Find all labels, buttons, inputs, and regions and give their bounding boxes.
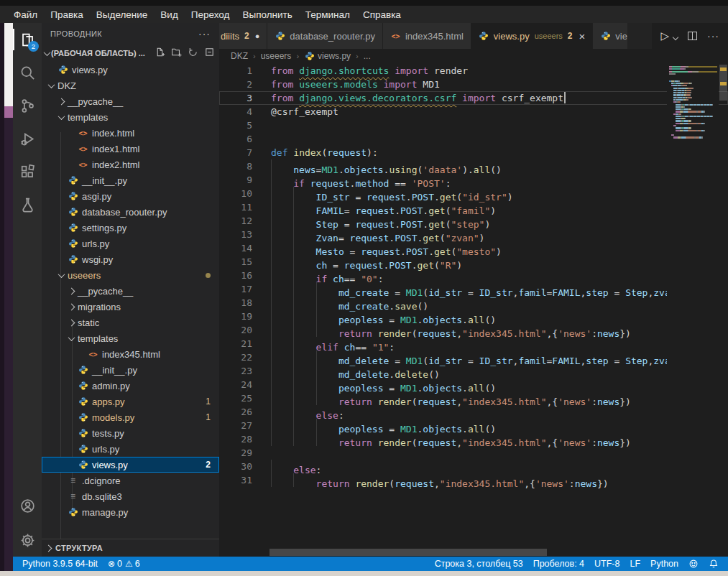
tree-item-tests.py[interactable]: tests.py (42, 425, 219, 441)
activity-search-icon[interactable] (13, 56, 42, 89)
code-line-13[interactable]: 13Zvan= request.POST.get("zvan") (219, 228, 728, 241)
code-line-12[interactable]: 12Step = request.POST.get("step") (219, 214, 728, 228)
tree-item-__init__.py[interactable]: __init__.py (42, 172, 219, 188)
code-line-9[interactable]: 9if request.method == 'POST': (219, 173, 728, 187)
breadcrumb-item-DKZ[interactable]: DKZ (231, 51, 248, 61)
tree-item-asgi.py[interactable]: asgi.py (42, 188, 219, 204)
close-icon[interactable]: × (579, 31, 586, 42)
code-line-24[interactable]: 24peopless = MD1.objects.all() (219, 378, 728, 391)
tab-database_roouter.py[interactable]: database_roouter.py (267, 23, 383, 49)
tree-item-useeers[interactable]: useeers (42, 267, 219, 283)
menu-item-файл[interactable]: Файл (7, 8, 44, 22)
menu-item-терминал[interactable]: Терминал (299, 8, 356, 22)
problems-status[interactable]: ⊗ 0 ⚠ 6 (103, 559, 145, 569)
encoding-status[interactable]: UTF-8 (589, 559, 625, 569)
code-line-1[interactable]: 1from django.shortcuts import render (219, 64, 728, 78)
tree-item-views.py[interactable]: views.py2 (42, 457, 219, 473)
vertical-scrollbar[interactable] (719, 63, 728, 557)
breadcrumb-item-views.py[interactable]: views.py (304, 51, 351, 62)
tree-item-views.py[interactable]: views.py (42, 62, 219, 78)
code-line-6[interactable]: 6 (219, 132, 728, 146)
activity-account-icon[interactable] (13, 489, 42, 522)
code-line-19[interactable]: 19peopless = MD1.objects.all() (219, 310, 728, 323)
tab-vie[interactable]: vie (593, 23, 627, 49)
tree-item-admin.py[interactable]: admin.py (42, 378, 219, 394)
tree-item-wsgi.py[interactable]: wsgi.py (42, 251, 219, 267)
activity-run-debug-icon[interactable] (13, 122, 42, 155)
python-interpreter-status[interactable]: Python 3.9.5 64-bit (17, 559, 103, 569)
code-line-15[interactable]: 15ch = request.POST.get("R") (219, 255, 728, 269)
code-line-27[interactable]: 27peopless = MD1.objects.all() (219, 419, 728, 432)
run-dropdown-chevron-icon[interactable] (673, 34, 678, 40)
code-line-20[interactable]: 20return render(request,"index345.html",… (219, 323, 728, 337)
tree-item-migrations[interactable]: migrations (42, 299, 219, 315)
menu-item-выделение[interactable]: Выделение (90, 8, 155, 22)
tree-item-manage.py[interactable]: manage.py (42, 504, 219, 520)
tab-diiits[interactable]: diiits2● (219, 23, 267, 49)
menu-item-переход[interactable]: Переход (185, 8, 236, 22)
tree-item-models.py[interactable]: models.py1 (42, 409, 219, 425)
tree-item-index345.html[interactable]: <>index345.html (42, 346, 219, 362)
language-mode-status[interactable]: Python (645, 559, 683, 569)
tab-views.py[interactable]: views.pyuseeers2× (471, 23, 593, 49)
tree-item-__pycache__[interactable]: __pycache__ (42, 283, 219, 299)
code-line-7[interactable]: 7def index(request): (219, 146, 728, 159)
tree-item-apps.py[interactable]: apps.py1 (42, 394, 219, 409)
code-line-8[interactable]: 8news=MD1.objects.using('daata').all() (219, 159, 728, 173)
tree-item-DKZ[interactable]: DKZ (42, 78, 219, 93)
tree-item-templates[interactable]: templates (42, 330, 219, 346)
indentation-status[interactable]: Пробелов: 4 (528, 559, 589, 569)
tree-item-static[interactable]: static (42, 315, 219, 330)
code-line-29[interactable]: 29 (219, 446, 728, 460)
eol-status[interactable]: LF (625, 559, 645, 569)
tree-item-.dcignore[interactable]: ≡.dcignore (42, 473, 219, 488)
code-line-3[interactable]: 3from django.views.decorators.csrf impor… (219, 91, 728, 105)
code-editor[interactable]: 1from django.shortcuts import render2fro… (219, 63, 728, 557)
explorer-more-actions-icon[interactable]: ··· (198, 28, 211, 40)
code-line-16[interactable]: 16if ch== "0": (219, 269, 728, 282)
tree-item-urls.py[interactable]: urls.py (42, 441, 219, 457)
code-line-5[interactable]: 5 (219, 119, 728, 132)
tree-item-__init__.py[interactable]: __init__.py (42, 362, 219, 378)
new-file-icon[interactable] (155, 47, 165, 60)
tree-item-__pycache__[interactable]: __pycache__ (42, 93, 219, 109)
cursor-position-status[interactable]: Строка 3, столбец 53 (430, 559, 528, 569)
code-line-25[interactable]: 25return render(request,"index345.html",… (219, 391, 728, 405)
dirty-dot-icon[interactable]: ● (255, 32, 260, 40)
notifications-bell-icon[interactable] (704, 559, 724, 569)
tree-item-urls.py[interactable]: urls.py (42, 236, 219, 251)
tree-item-index.html[interactable]: <>index.html (42, 125, 219, 141)
horizontal-scrollbar-thumb[interactable] (269, 549, 547, 556)
menu-item-справка[interactable]: Справка (356, 8, 407, 22)
breadcrumb-item-...[interactable]: ... (364, 51, 371, 61)
code-line-18[interactable]: 18md_create.save() (219, 296, 728, 310)
code-line-22[interactable]: 22md_delete = MD1(id_str = ID_str,famil=… (219, 350, 728, 364)
code-line-17[interactable]: 17md_create = MD1(id_str = ID_str,famil=… (219, 282, 728, 296)
outline-section-header[interactable]: СТРУКТУРА (42, 539, 219, 557)
code-line-26[interactable]: 26else: (219, 405, 728, 419)
more-actions-icon[interactable]: ··· (707, 30, 719, 42)
code-line-2[interactable]: 2from useeers.models import MD1 (219, 78, 728, 91)
workspace-section-header[interactable]: (РАБОЧАЯ ОБЛАСТЬ) ... (42, 45, 219, 62)
collapse-all-icon[interactable] (204, 47, 215, 60)
menu-item-выполнить[interactable]: Выполнить (236, 8, 298, 22)
activity-source-control-icon[interactable] (13, 89, 42, 122)
breadcrumb-item-useeers[interactable]: useeers (261, 51, 292, 61)
menu-item-вид[interactable]: Вид (154, 8, 184, 22)
tree-item-templates[interactable]: templates (42, 109, 219, 125)
code-line-14[interactable]: 14Mesto = request.POST.get("mesto") (219, 241, 728, 255)
code-line-11[interactable]: 11FAMIL= request.POST.get("famil") (219, 200, 728, 214)
tree-item-settings.py[interactable]: settings.py (42, 220, 219, 236)
code-line-4[interactable]: 4@csrf_exempt (219, 105, 728, 119)
code-line-23[interactable]: 23md_delete.delete() (219, 364, 728, 378)
new-folder-icon[interactable] (171, 47, 182, 60)
code-line-10[interactable]: 10ID_str = request.POST.get("id_str") (219, 187, 728, 200)
run-python-file-icon[interactable]: ▷ (660, 29, 669, 42)
tree-item-database_roouter.py[interactable]: database_roouter.py (42, 204, 219, 220)
tree-item-db.sqlite3[interactable]: ≡db.sqlite3 (42, 488, 219, 504)
minimap[interactable] (667, 63, 719, 557)
activity-explorer-icon[interactable]: 2 (13, 23, 42, 56)
code-line-30[interactable]: 30else: (219, 460, 728, 473)
code-line-31[interactable]: 31return render(request,"index345.html",… (219, 473, 728, 487)
menu-item-правка[interactable]: Правка (44, 8, 90, 22)
